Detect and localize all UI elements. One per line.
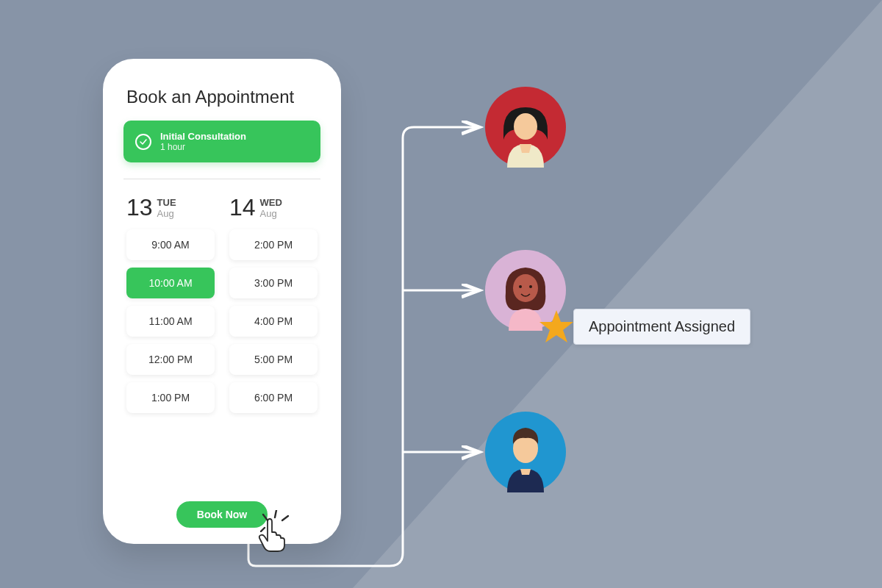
time-slot[interactable]: 4:00 PM [229,306,318,337]
page-title: Book an Appointment [126,87,318,107]
time-slot[interactable]: 11:00 AM [126,306,215,337]
time-slot[interactable]: 5:00 PM [229,344,318,375]
day-number: 14 [229,196,256,219]
avatar-1 [485,87,566,168]
phone-frame: Book an Appointment Initial Consultation… [103,59,341,544]
day-column: 13TUEAug9:00 AM10:00 AM11:00 AM12:00 PM1… [126,196,215,413]
svg-point-9 [529,285,532,288]
day-header: 13TUEAug [126,196,215,219]
check-circle-icon [135,134,151,150]
svg-line-2 [275,510,276,517]
star-icon [538,309,575,345]
day-meta: WEDAug [260,197,282,219]
avatar-3 [485,412,566,492]
svg-point-8 [519,285,522,288]
time-slot[interactable]: 12:00 PM [126,344,215,375]
time-slot[interactable]: 6:00 PM [229,382,318,413]
day-weekday: TUE [157,197,176,208]
day-header: 14WEDAug [229,196,318,219]
day-number: 13 [126,196,153,219]
divider [123,179,320,179]
service-name: Initial Consultation [160,131,246,142]
time-slot[interactable]: 9:00 AM [126,229,215,260]
day-month: Aug [157,208,176,219]
time-slot[interactable]: 3:00 PM [229,268,318,298]
book-now-button[interactable]: Book Now [176,501,268,528]
day-meta: TUEAug [157,197,176,219]
service-card[interactable]: Initial Consultation 1 hour [123,121,320,162]
service-duration: 1 hour [160,142,246,152]
day-weekday: WED [260,197,282,208]
days-row: 13TUEAug9:00 AM10:00 AM11:00 AM12:00 PM1… [123,196,320,413]
svg-point-7 [513,274,538,302]
appointment-assigned-label: Appointment Assigned [573,309,750,345]
time-slot[interactable]: 2:00 PM [229,229,318,260]
time-slot[interactable]: 10:00 AM [126,268,215,298]
service-text: Initial Consultation 1 hour [160,131,246,152]
background-accent [353,0,882,588]
time-slot[interactable]: 1:00 PM [126,382,215,413]
day-month: Aug [260,208,282,219]
pointer-hand-icon [256,517,288,554]
svg-point-5 [514,113,537,140]
day-column: 14WEDAug2:00 PM3:00 PM4:00 PM5:00 PM6:00… [229,196,318,413]
